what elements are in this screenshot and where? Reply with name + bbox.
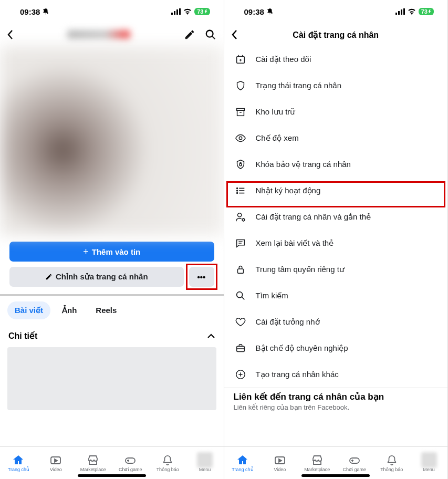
battery-indicator: 73	[194, 8, 210, 15]
bottom-nav: Trang chủ Video Marketplace Chơi game Th…	[224, 446, 448, 479]
settings-item-label: Xem lại bài viết và thẻ	[256, 238, 334, 248]
svg-rect-30	[237, 269, 243, 273]
link-section-subtitle: Liên kết riêng của bạn trên Facebook.	[234, 403, 439, 411]
settings-header: Cài đặt trang cá nhân	[224, 23, 448, 46]
nav-home[interactable]: Trang chủ	[0, 447, 37, 479]
heart-icon	[234, 316, 247, 328]
battery-indicator: 73	[419, 8, 434, 15]
svg-line-32	[242, 297, 244, 300]
search-icon	[234, 290, 247, 301]
settings-item-label: Trung tâm quyền riêng tư	[256, 265, 345, 274]
settings-item-view-as[interactable]: Chế độ xem	[224, 125, 448, 151]
home-indicator	[78, 474, 146, 477]
settings-item-label: Khóa bảo vệ trang cá nhân	[256, 160, 351, 169]
svg-rect-10	[395, 13, 397, 15]
search-icon[interactable]	[205, 29, 216, 40]
wifi-icon	[408, 8, 416, 15]
plus-circle-icon	[234, 369, 247, 380]
settings-item-archive[interactable]: Kho lưu trữ	[224, 99, 448, 125]
tab-photos[interactable]: Ảnh	[55, 301, 84, 319]
status-time: 09:38	[20, 7, 40, 16]
nav-video[interactable]: Video	[37, 447, 75, 479]
svg-point-26	[237, 213, 241, 217]
nav-home[interactable]: Trang chủ	[224, 447, 262, 479]
settings-item-label: Cài đặt theo dõi	[256, 55, 311, 64]
profile-name-blurred	[24, 28, 173, 41]
home-indicator	[301, 474, 370, 477]
profile-link-section[interactable]: Liên kết đến trang cá nhân của bạn Liên …	[224, 388, 448, 421]
settings-item-privacy-center[interactable]: Trung tâm quyền riêng tư	[224, 256, 448, 283]
tab-posts[interactable]: Bài viết	[7, 301, 50, 319]
svg-point-31	[236, 292, 242, 298]
svg-rect-38	[350, 458, 359, 463]
edit-icon[interactable]	[184, 29, 195, 40]
page-title: Cài đặt trang cá nhân	[243, 30, 429, 40]
nav-notifications[interactable]: Thông báo	[373, 447, 410, 479]
archive-icon	[234, 106, 247, 118]
svg-rect-16	[237, 110, 244, 116]
settings-item-follow[interactable]: Cài đặt theo dõi	[224, 46, 448, 72]
chevron-up-icon	[207, 334, 215, 339]
settings-item-label: Tìm kiếm	[256, 291, 288, 300]
highlight-box-more	[186, 264, 217, 290]
tab-reels[interactable]: Reels	[88, 301, 124, 319]
svg-rect-3	[176, 9, 178, 15]
bell-off-icon	[42, 8, 49, 15]
status-time: 09:38	[244, 7, 264, 16]
svg-rect-12	[401, 9, 402, 15]
edit-profile-button[interactable]: Chỉnh sửa trang cá nhân	[9, 267, 184, 287]
eye-icon	[234, 132, 247, 144]
settings-item-label: Tạo trang cá nhân khác	[256, 370, 339, 379]
wifi-icon	[183, 8, 192, 15]
settings-item-label: Chế độ xem	[256, 133, 299, 143]
svg-rect-4	[179, 8, 181, 15]
back-button[interactable]	[7, 29, 14, 40]
svg-line-6	[212, 36, 215, 39]
settings-item-profile-tagging[interactable]: Cài đặt trang cá nhân và gắn thẻ	[224, 204, 448, 230]
svg-point-18	[239, 137, 242, 140]
shield-lock-icon	[234, 159, 247, 170]
svg-rect-8	[126, 458, 135, 463]
svg-point-5	[206, 30, 213, 37]
follow-plus-icon	[234, 54, 247, 65]
settings-item-review-posts[interactable]: Xem lại bài viết và thẻ	[224, 230, 448, 256]
nav-video[interactable]: Video	[261, 447, 298, 479]
user-gear-icon	[234, 211, 247, 223]
settings-item-profile-status[interactable]: Trạng thái trang cá nhân	[224, 72, 448, 99]
svg-rect-19	[239, 163, 242, 166]
bell-off-icon	[266, 8, 274, 15]
signal-icon	[171, 8, 181, 15]
bottom-nav: Trang chủ Video Marketplace Chơi game Th…	[0, 446, 224, 479]
nav-menu[interactable]: Menu	[186, 447, 224, 479]
details-placeholder	[7, 347, 216, 410]
signal-icon	[395, 8, 405, 15]
details-section-header[interactable]: Chi tiết	[0, 325, 224, 347]
add-to-story-button[interactable]: + Thêm vào tin	[9, 242, 214, 262]
back-button[interactable]	[232, 29, 238, 40]
nav-notifications[interactable]: Thông báo	[149, 447, 186, 479]
status-bar: 09:38 73	[0, 0, 224, 23]
settings-item-label: Cài đặt tưởng nhớ	[256, 317, 320, 327]
message-icon	[234, 237, 247, 249]
profile-screen: 09:38 73 + Thêm vào	[0, 0, 224, 479]
svg-point-27	[242, 218, 245, 221]
settings-item-professional-mode[interactable]: Bật chế độ chuyên nghiệp	[224, 335, 448, 361]
settings-item-lock-profile[interactable]: Khóa bảo vệ trang cá nhân	[224, 151, 448, 178]
svg-rect-1	[171, 13, 173, 15]
settings-item-search[interactable]: Tìm kiếm	[224, 283, 448, 309]
settings-item-memorialization[interactable]: Cài đặt tưởng nhớ	[224, 309, 448, 335]
settings-screen: 09:38 73 Cài đặt trang cá nhân Cài đặt t…	[224, 0, 449, 479]
nav-menu[interactable]: Menu	[410, 447, 447, 479]
briefcase-icon	[234, 342, 247, 354]
link-section-title: Liên kết đến trang cá nhân của bạn	[234, 391, 439, 402]
svg-rect-11	[398, 11, 400, 15]
settings-item-label: Cài đặt trang cá nhân và gắn thẻ	[256, 212, 371, 222]
settings-item-label: Bật chế độ chuyên nghiệp	[256, 343, 348, 353]
settings-list: Cài đặt theo dõi Trạng thái trang cá nhâ…	[224, 46, 448, 446]
profile-header	[0, 23, 224, 46]
settings-item-create-profile[interactable]: Tạo trang cá nhân khác	[224, 361, 448, 388]
cover-photo-blurred	[0, 46, 224, 235]
profile-actions: + Thêm vào tin Chỉnh sửa trang cá nhân •…	[0, 235, 224, 287]
settings-item-label: Trạng thái trang cá nhân	[256, 81, 342, 90]
svg-rect-2	[174, 11, 175, 15]
